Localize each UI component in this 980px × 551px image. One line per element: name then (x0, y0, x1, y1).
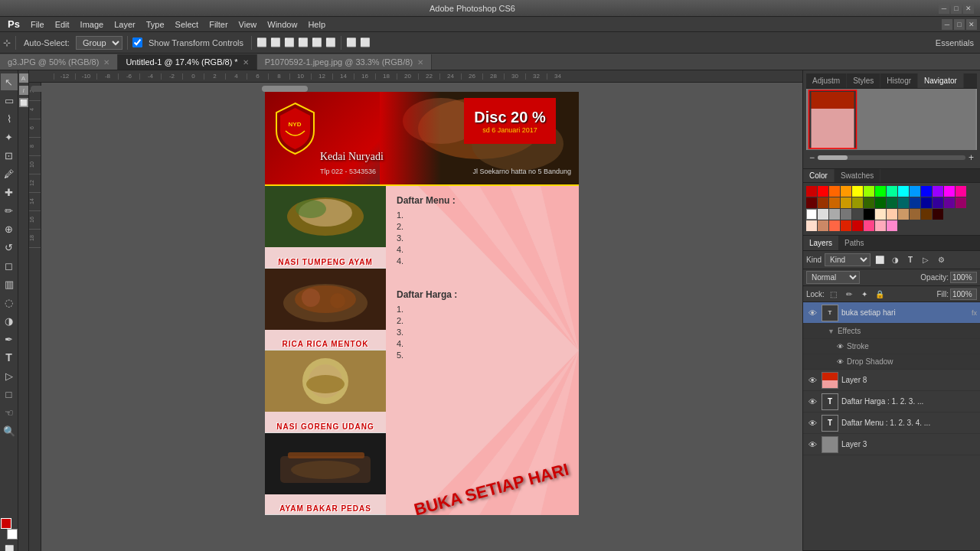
layer-filter-smart[interactable]: ⚙ (935, 254, 947, 266)
swatch-brown-dark[interactable] (806, 197, 817, 208)
tab-histogram[interactable]: Histogr (880, 73, 918, 88)
panel-strip-icon1[interactable]: A (19, 73, 28, 83)
swatch-indigo[interactable] (933, 197, 943, 208)
eraser-tool[interactable]: ◻ (1, 257, 18, 274)
clone-tool[interactable]: ⊕ (1, 220, 18, 237)
lasso-tool[interactable]: ⌇ (1, 110, 18, 127)
swatch-extra-1[interactable] (806, 220, 817, 231)
swatch-extra-3[interactable] (829, 220, 840, 231)
tab-adjustments[interactable]: Adjustm (806, 73, 847, 88)
zoom-plus-icon[interactable]: + (969, 152, 974, 163)
swatch-green[interactable] (875, 186, 886, 197)
drop-shadow-eye[interactable]: 👁 (837, 358, 844, 366)
canvas-area[interactable]: -12 -10 -8 -6 -4 -2 0 2 4 6 8 10 12 14 1… (29, 70, 802, 551)
distribute-icon[interactable]: ⬜ (346, 37, 357, 47)
minimize-button[interactable]: ─ (939, 3, 949, 14)
swatch-black[interactable] (864, 209, 874, 220)
swatch-chocolate[interactable] (921, 209, 932, 220)
maximize-button[interactable]: □ (951, 3, 962, 14)
win-maximize[interactable]: □ (954, 19, 965, 30)
fill-input[interactable] (950, 289, 977, 300)
swatch-peach[interactable] (887, 209, 897, 220)
menu-layer[interactable]: Layer (109, 20, 140, 29)
layer-daftar-harga[interactable]: 👁 T Daftar Harga : 1. 2. 3. ... (803, 391, 980, 412)
opacity-input[interactable] (950, 272, 977, 283)
zoom-tool[interactable]: 🔍 (1, 422, 18, 439)
lock-all-btn[interactable]: 🔒 (874, 288, 886, 300)
menu-edit[interactable]: Edit (51, 20, 74, 29)
swatch-warm-white[interactable] (875, 209, 886, 220)
layer-8[interactable]: 👁 Layer 8 (803, 370, 980, 391)
healing-tool[interactable]: ✚ (1, 184, 18, 201)
tab-g3[interactable]: g3.JPG @ 50% (RGB/8) ✕ (0, 54, 118, 70)
win-close[interactable]: ✕ (966, 19, 977, 30)
swatch-crimson[interactable] (956, 197, 966, 208)
swatch-blue-light[interactable] (910, 186, 920, 197)
swatch-light-gray[interactable] (818, 209, 828, 220)
blend-mode-dropdown[interactable]: Normal Multiply Screen (806, 271, 860, 284)
swatch-dark-teal[interactable] (898, 197, 909, 208)
swatch-maroon[interactable] (933, 209, 943, 220)
swatch-teal[interactable] (887, 186, 897, 197)
crop-tool[interactable]: ⊡ (1, 147, 18, 164)
dodge-tool[interactable]: ◑ (1, 312, 18, 329)
align-mid-icon[interactable]: ⬜ (312, 37, 322, 47)
win-minimize[interactable]: ─ (942, 19, 952, 30)
quick-mask-toggle[interactable]: ⬜ (5, 545, 14, 551)
swatch-magenta[interactable] (944, 186, 955, 197)
hand-tool[interactable]: ☜ (1, 404, 18, 421)
swatch-extra-4[interactable] (841, 220, 851, 231)
menu-type[interactable]: Type (142, 20, 169, 29)
swatch-yellow-green[interactable] (864, 186, 874, 197)
panel-strip-icon3[interactable]: ⬜ (19, 98, 28, 107)
swatch-extra-6[interactable] (864, 220, 874, 231)
layer-eye-3[interactable]: 👁 (806, 439, 818, 451)
shape-tool[interactable]: □ (1, 386, 18, 403)
swatch-brown[interactable] (818, 197, 828, 208)
background-color-swatch[interactable] (7, 529, 18, 540)
swatch-dark-green[interactable] (864, 197, 874, 208)
layer-eye-8[interactable]: 👁 (806, 374, 818, 386)
align-bottom-icon[interactable]: ⬜ (325, 37, 336, 47)
swatch-gray[interactable] (841, 209, 851, 220)
layer-kind-dropdown[interactable]: Kind (825, 253, 871, 266)
align-right-icon[interactable]: ⬜ (284, 37, 295, 47)
tab-g3-close[interactable]: ✕ (103, 58, 109, 67)
lock-image-btn[interactable]: ✏ (843, 288, 855, 300)
menu-help[interactable]: Help (303, 20, 330, 29)
tab-paths[interactable]: Paths (838, 236, 871, 250)
gradient-tool[interactable]: ▥ (1, 276, 18, 292)
menu-image[interactable]: Image (76, 20, 109, 29)
menu-select[interactable]: Select (171, 20, 204, 29)
tab-navigator[interactable]: Navigator (918, 73, 964, 88)
align-center-icon[interactable]: ⬜ (270, 37, 281, 47)
close-button[interactable]: ✕ (963, 3, 974, 14)
blur-tool[interactable]: ◌ (1, 294, 18, 311)
swatch-yellow[interactable] (852, 186, 863, 197)
layer-daftar-menu[interactable]: 👁 T Daftar Menu : 1. 2. 3. 4. ... (803, 412, 980, 434)
lock-position-btn[interactable]: ✦ (858, 288, 871, 300)
swatch-olive[interactable] (852, 197, 863, 208)
swatch-tan[interactable] (829, 197, 840, 208)
swatch-pink[interactable] (956, 186, 966, 197)
align-top-icon[interactable]: ⬜ (298, 37, 309, 47)
layer-eye-daftar-harga[interactable]: 👁 (806, 396, 818, 408)
layer-filter-shape[interactable]: ▷ (920, 254, 932, 266)
swatch-extra-7[interactable] (875, 220, 886, 231)
swatch-extra-8[interactable] (887, 220, 897, 231)
layer-eye-daftar-menu[interactable]: 👁 (806, 417, 818, 429)
history-brush-tool[interactable]: ↺ (1, 239, 18, 256)
swatch-cyan[interactable] (898, 186, 909, 197)
tab-untitled-close[interactable]: ✕ (243, 58, 249, 67)
zoom-minus-icon[interactable]: − (809, 152, 815, 163)
pen-tool[interactable]: ✒ (1, 331, 18, 347)
swatch-white[interactable] (806, 209, 817, 220)
swatch-orange[interactable] (841, 186, 851, 197)
quick-select-tool[interactable]: ✦ (1, 129, 18, 145)
menu-file[interactable]: File (26, 20, 49, 29)
swatch-dark-blue[interactable] (921, 197, 932, 208)
tab-p1070592-close[interactable]: ✕ (417, 58, 423, 67)
scrollbar-thumb[interactable] (262, 86, 308, 92)
move-tool[interactable]: ↖ (1, 73, 18, 90)
brush-tool[interactable]: ✏ (1, 202, 18, 219)
